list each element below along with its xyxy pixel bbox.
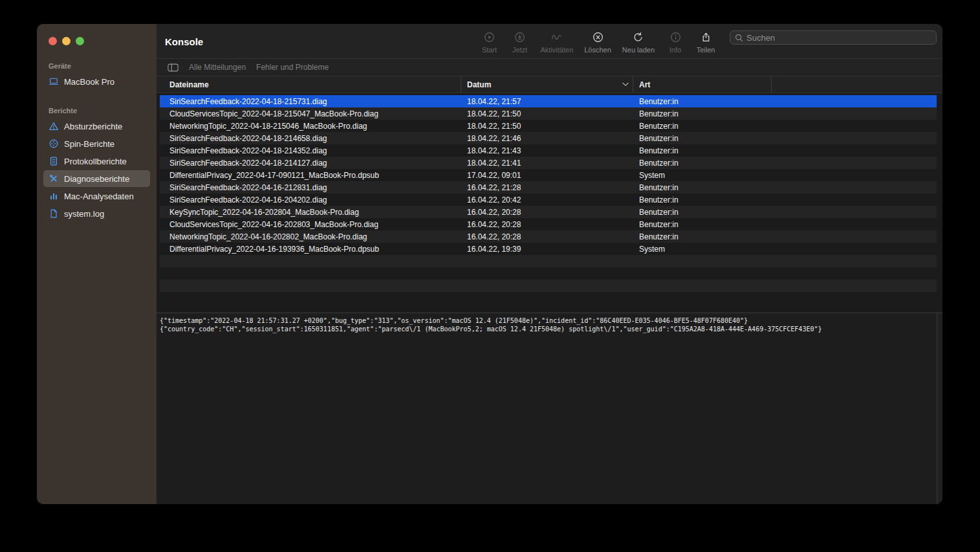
table-row[interactable]: SiriSearchFeedback-2022-04-18-215731.dia… xyxy=(160,95,937,107)
table-row[interactable]: SiriSearchFeedback-2022-04-16-212831.dia… xyxy=(160,181,937,193)
date-cell: 18.04.22, 21:41 xyxy=(461,159,633,168)
kind-cell: Benutzer:in xyxy=(633,134,937,143)
kind-cell: Benutzer:in xyxy=(633,146,937,155)
share-button[interactable]: Teilen xyxy=(696,31,715,54)
close-window-button[interactable] xyxy=(49,37,57,45)
sidebar-item-crash-reports[interactable]: Absturzberichte xyxy=(43,118,150,135)
search-field[interactable] xyxy=(730,30,937,45)
info-button: Info xyxy=(666,31,685,54)
toolbar-button-label: Aktivitäten xyxy=(541,46,574,54)
table-row[interactable]: NetworkingTopic_2022-04-18-215046_MacBoo… xyxy=(160,120,937,132)
start-button: Start xyxy=(480,31,499,54)
sidebar-item-log-reports[interactable]: Protokollberichte xyxy=(43,153,150,170)
table-row[interactable]: DifferentialPrivacy_2022-04-17-090121_Ma… xyxy=(160,169,937,181)
date-cell: 16.04.22, 20:28 xyxy=(461,220,633,229)
search-input[interactable] xyxy=(746,33,931,43)
kind-cell: System xyxy=(633,171,937,180)
window-title: Konsole xyxy=(165,36,203,47)
sidebar-item-system-log[interactable]: system.log xyxy=(43,205,150,222)
activities-curve-icon xyxy=(551,31,562,43)
sidebar-item-diagnostic-reports[interactable]: Diagnoseberichte xyxy=(43,170,150,187)
warning-triangle-icon xyxy=(48,121,60,132)
column-header-kind[interactable]: Art xyxy=(633,76,772,93)
column-header-date[interactable]: Datum xyxy=(461,76,633,93)
table-header-spacer xyxy=(772,76,942,93)
file-name-cell: SiriSearchFeedback-2022-04-18-214127.dia… xyxy=(169,159,461,168)
table-row-empty xyxy=(160,292,937,304)
sidebar-item-label: Spin-Berichte xyxy=(64,139,114,149)
file-name-cell: DifferentialPrivacy_2022-04-16-193936_Ma… xyxy=(169,245,461,254)
file-icon xyxy=(48,208,60,219)
file-name-cell: SiriSearchFeedback-2022-04-18-214352.dia… xyxy=(169,146,461,155)
sidebar-toggle-icon[interactable] xyxy=(168,63,179,72)
table-row[interactable]: SiriSearchFeedback-2022-04-18-214658.dia… xyxy=(160,132,937,144)
detail-pane: {"timestamp":"2022-04-18 21:57:31.27 +02… xyxy=(157,313,942,504)
toolbar-button-label: Start xyxy=(482,46,497,54)
kind-cell: Benutzer:in xyxy=(633,220,937,229)
sidebar-item-spin-reports[interactable]: Spin-Berichte xyxy=(43,135,150,152)
toolbar: Start Jetzt Aktivitäten xyxy=(480,31,716,54)
column-header-label: Datum xyxy=(467,80,491,89)
main-area: Konsole Start Jetzt xyxy=(157,24,942,504)
table-row[interactable]: CloudServicesTopic_2022-04-18-215047_Mac… xyxy=(160,107,937,120)
sidebar-item-label: system.log xyxy=(64,209,104,219)
kind-cell: Benutzer:in xyxy=(633,122,937,131)
info-circle-icon xyxy=(670,31,681,43)
table-row[interactable]: SiriSearchFeedback-2022-04-18-214127.dia… xyxy=(160,157,937,169)
file-name-cell: SiriSearchFeedback-2022-04-16-212831.dia… xyxy=(169,183,461,192)
sidebar-item-label: MacBook Pro xyxy=(64,77,114,87)
date-cell: 18.04.22, 21:50 xyxy=(461,109,633,118)
activities-button: Aktivitäten xyxy=(541,31,574,54)
column-header-label: Dateiname xyxy=(169,80,209,89)
detail-scrollbar[interactable] xyxy=(937,313,942,504)
table-row-empty xyxy=(160,267,937,280)
file-name-cell: KeySyncTopic_2022-04-16-202804_MacBook-P… xyxy=(169,208,461,217)
table-row[interactable]: CloudServicesTopic_2022-04-16-202803_Mac… xyxy=(160,218,937,230)
kind-cell: Benutzer:in xyxy=(633,183,937,192)
date-cell: 18.04.22, 21:43 xyxy=(461,146,633,155)
filter-errors-button[interactable]: Fehler und Probleme xyxy=(256,63,329,72)
table-row[interactable]: SiriSearchFeedback-2022-04-18-214352.dia… xyxy=(160,144,937,157)
table-row[interactable]: SiriSearchFeedback-2022-04-16-204202.dia… xyxy=(160,193,937,206)
toolbar-button-label: Jetzt xyxy=(512,46,527,54)
filter-all-messages-button[interactable]: Alle Mitteilungen xyxy=(189,63,246,72)
reload-icon xyxy=(633,31,644,43)
sidebar-item-label: Protokollberichte xyxy=(64,157,127,166)
table-header: Dateiname Datum Art xyxy=(157,76,942,93)
sidebar-item-macbook-pro[interactable]: MacBook Pro xyxy=(43,73,150,90)
kind-cell: Benutzer:in xyxy=(633,232,937,241)
kind-cell: Benutzer:in xyxy=(633,159,937,168)
column-header-filename[interactable]: Dateiname xyxy=(169,76,461,93)
minimize-window-button[interactable] xyxy=(62,37,71,45)
kind-cell: Benutzer:in xyxy=(633,109,937,118)
filterbar: Alle Mitteilungen Fehler und Probleme xyxy=(157,58,942,76)
sidebar-item-label: Mac-Analysedaten xyxy=(64,192,134,201)
table-row[interactable]: DifferentialPrivacy_2022-04-16-193936_Ma… xyxy=(160,243,937,255)
kind-cell: Benutzer:in xyxy=(633,195,937,204)
crossed-tools-icon xyxy=(48,173,60,184)
file-name-cell: SiriSearchFeedback-2022-04-18-215731.dia… xyxy=(169,97,461,106)
date-cell: 16.04.22, 20:28 xyxy=(461,232,633,241)
kind-cell: Benutzer:in xyxy=(633,208,937,217)
toolbar-button-label: Teilen xyxy=(697,46,715,54)
table-row-empty xyxy=(160,255,937,267)
table-row[interactable]: NetworkingTopic_2022-04-16-202802_MacBoo… xyxy=(160,230,937,243)
date-cell: 17.04.22, 09:01 xyxy=(461,171,633,180)
jump-to-now-icon xyxy=(514,31,525,43)
zoom-window-button[interactable] xyxy=(76,37,84,45)
kind-cell: Benutzer:in xyxy=(633,97,937,106)
table-row[interactable]: KeySyncTopic_2022-04-16-202804_MacBook-P… xyxy=(160,206,937,218)
toolbar-button-label: Neu laden xyxy=(622,46,655,54)
sidebar-item-mac-analytics[interactable]: Mac-Analysedaten xyxy=(43,188,150,204)
clear-button[interactable]: Löschen xyxy=(584,31,611,54)
detail-line: {"timestamp":"2022-04-18 21:57:31.27 +02… xyxy=(160,317,933,326)
detail-line: {"country_code":"CH","session_start":165… xyxy=(160,326,933,334)
date-cell: 16.04.22, 20:28 xyxy=(461,208,633,217)
date-cell: 18.04.22, 21:57 xyxy=(461,97,633,106)
toolbar-button-label: Info xyxy=(670,46,681,54)
date-cell: 18.04.22, 21:50 xyxy=(461,122,633,131)
file-name-cell: SiriSearchFeedback-2022-04-18-214658.dia… xyxy=(169,134,461,143)
file-name-cell: NetworkingTopic_2022-04-16-202802_MacBoo… xyxy=(169,232,461,241)
document-lines-icon xyxy=(48,156,60,167)
reload-button[interactable]: Neu laden xyxy=(622,31,655,54)
